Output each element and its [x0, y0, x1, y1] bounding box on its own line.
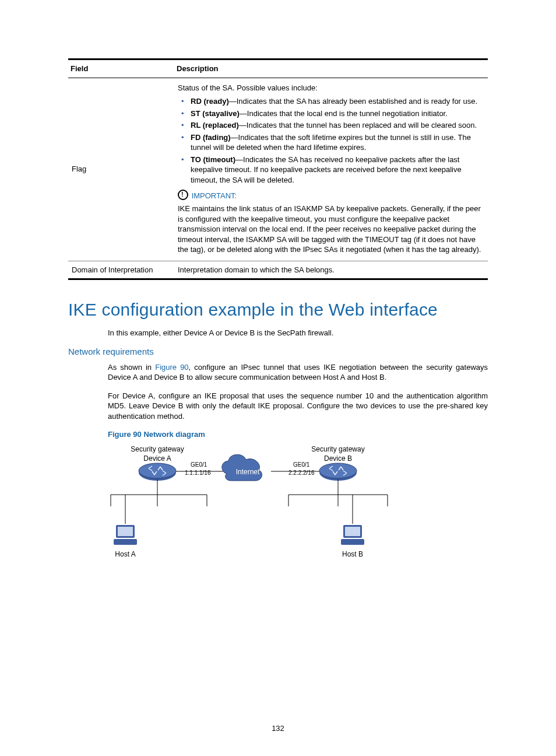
important-icon [178, 190, 188, 200]
table-cell-description: Interpretation domain to which the SA be… [174, 261, 488, 279]
important-paragraph: IKE maintains the link status of an ISAK… [178, 204, 484, 255]
body-paragraph: For Device A, configure an IKE proposal … [108, 391, 488, 422]
table-row: Flag Status of the SA. Possible values i… [68, 78, 488, 261]
section-title: IKE configuration example in the Web int… [68, 300, 488, 320]
page-number: 132 [0, 724, 556, 733]
gateway-a-ip: 1.1.1.1/16 [185, 470, 211, 476]
body-paragraph: As shown in Figure 90, configure an IPse… [108, 362, 488, 383]
status-value-list: RD (ready)—Indicates that the SA has alr… [178, 96, 484, 185]
svg-rect-6 [114, 539, 137, 545]
list-item: RD (ready)—Indicates that the SA has alr… [191, 96, 484, 107]
gateway-a-title: Security gateway [131, 445, 184, 453]
list-item: ST (stayalive)—Indicates that the local … [191, 108, 484, 119]
table-cell-field: Flag [68, 78, 174, 261]
list-item: RL (replaced)—Indicates that the tunnel … [191, 120, 484, 131]
svg-rect-5 [118, 527, 133, 536]
host-icon [341, 525, 364, 545]
router-icon [139, 463, 176, 481]
gateway-b-if: GE0/1 [293, 461, 310, 468]
list-item: FD (fading)—Indicates that the soft life… [191, 132, 484, 153]
figure-caption: Figure 90 Network diagram [108, 430, 488, 439]
important-heading: IMPORTANT: [178, 190, 484, 201]
svg-rect-8 [345, 527, 360, 536]
table-row: Domain of Interpretation Interpretation … [68, 261, 488, 279]
gateway-b-title: Security gateway [311, 445, 364, 453]
table-cell-description: Status of the SA. Possible values includ… [174, 78, 488, 261]
svg-point-3 [319, 463, 357, 478]
svg-point-1 [139, 463, 176, 478]
gateway-a-if: GE0/1 [191, 461, 207, 468]
subsection-title: Network requirements [68, 346, 488, 356]
list-item: TO (timeout)—Indicates the SA has receiv… [191, 155, 484, 186]
network-diagram: Security gateway Device A GE0/1 1.1.1.1/… [108, 442, 488, 570]
host-a-label: Host A [115, 550, 135, 558]
table-header-field: Field [68, 60, 174, 78]
table-cell-field: Domain of Interpretation [68, 261, 174, 279]
host-b-label: Host B [342, 550, 363, 558]
body-paragraph: In this example, either Device A or Devi… [108, 328, 488, 338]
gateway-b-sub: Device B [324, 454, 352, 463]
svg-rect-9 [341, 539, 364, 545]
host-icon [114, 525, 137, 545]
gateway-b-ip: 2.2.2.2/16 [288, 470, 315, 476]
router-icon [319, 463, 357, 481]
sa-status-table: Field Description Flag Status of the SA.… [68, 58, 488, 280]
table-header-description: Description [174, 60, 488, 78]
gateway-a-sub: Device A [143, 454, 171, 463]
figure-link[interactable]: Figure 90 [155, 363, 188, 372]
internet-label: Internet [236, 468, 260, 476]
description-intro: Status of the SA. Possible values includ… [178, 83, 484, 93]
